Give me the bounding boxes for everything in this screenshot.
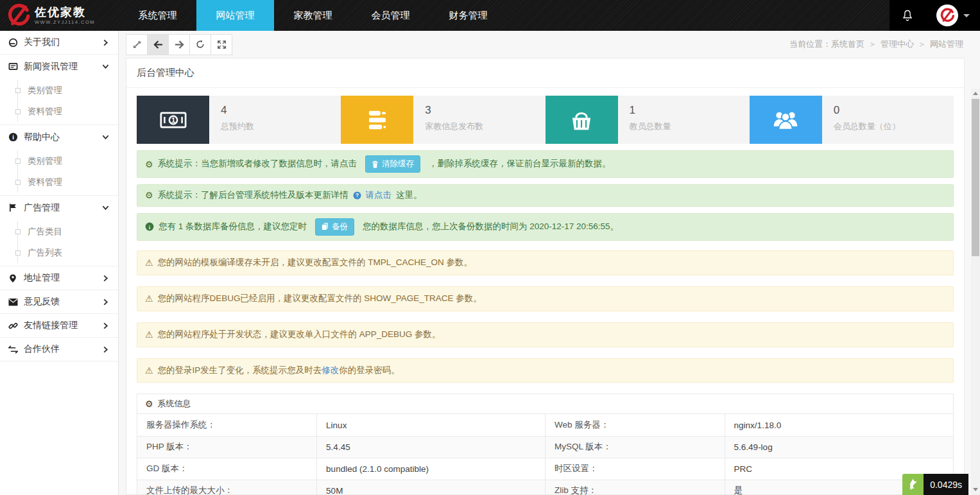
chevron-right-icon <box>102 299 109 306</box>
refresh-icon <box>196 40 205 49</box>
sidebar-item-label: 关于我们 <box>24 37 60 48</box>
sidebar-item-label: 意见反馈 <box>24 296 60 308</box>
resize-button[interactable] <box>126 34 148 55</box>
gear-icon: ⚙ <box>145 399 153 408</box>
trash-icon <box>372 161 379 168</box>
sidebar-subitem-ads-list[interactable]: 广告列表 <box>0 242 118 263</box>
sidebar-item-about[interactable]: 关于我们 <box>0 31 118 55</box>
sidebar-item-feedback[interactable]: 意见反馈 <box>0 290 118 314</box>
alert-text: 您的网站的模板编译缓存未开启，建议更改配置文件的 TMPL_CACHE_ON 参… <box>158 257 473 269</box>
info-value: 5.6.49-log <box>725 436 953 458</box>
sidebar-subitem-ads-category[interactable]: 广告类目 <box>0 221 118 242</box>
please-click-link[interactable]: 请点击 <box>366 189 392 202</box>
sidebar-subitem-news-material[interactable]: 资料管理 <box>0 101 118 122</box>
sidebar-item-label: 广告管理 <box>24 202 60 214</box>
sidebar-item-label: 新闻资讯管理 <box>24 61 78 73</box>
forward-icon <box>175 40 184 49</box>
sidebar-item-ads[interactable]: 广告管理 <box>0 196 118 220</box>
notifications-button[interactable] <box>890 0 925 31</box>
sidebar-item-news[interactable]: 新闻资讯管理 <box>0 55 118 78</box>
table-row: GD 版本： bundled (2.1.0 compatible) 时区设置： … <box>137 458 953 480</box>
chevron-right-icon <box>102 322 109 329</box>
brand[interactable]: 佐优家教 WWW.ZYJJ114.COM <box>0 0 119 31</box>
chevron-down-icon <box>102 204 109 211</box>
alert-backup: i 您有 1 条数据库备份信息，建议您定时 备份 您的数据库信息，您上次备份数据… <box>137 213 954 241</box>
nav-tab-system[interactable]: 系统管理 <box>119 0 196 31</box>
breadcrumb-home[interactable]: 系统首页 <box>831 39 864 49</box>
breadcrumb-admin-center[interactable]: 管理中心 <box>881 39 914 49</box>
sidebar-item-partners[interactable]: 合作伙伴 <box>0 338 118 361</box>
brand-name: 佐优家教 <box>35 6 95 19</box>
info-label: PHP 版本： <box>137 436 317 458</box>
sidebar-subitem-help-category[interactable]: 类别管理 <box>0 150 118 171</box>
stat-label: 会员总数量（位） <box>834 121 954 132</box>
info-circle-icon: i <box>8 132 24 142</box>
svg-text:?: ? <box>356 192 359 198</box>
sidebar-subitem-help-material[interactable]: 资料管理 <box>0 171 118 193</box>
alert-tmpl-cache: ⚠ 您的网站的模板编译缓存未开启，建议更改配置文件的 TMPL_CACHE_ON… <box>137 250 954 275</box>
alert-debug: ⚠ 您的网站程序DEBUG已经启用，建议更改配置文件的 SHOW_PAGE_TR… <box>137 286 954 311</box>
sidebar-item-label: 合作伙伴 <box>24 343 60 355</box>
brand-logo-icon <box>6 3 31 28</box>
alert-text: 您的登录IP发生了变化，系统提示您及时去 <box>158 365 322 375</box>
question-circle-icon: ? <box>353 191 361 200</box>
banknote-icon: 1 <box>137 96 209 144</box>
sidebar-item-links[interactable]: 友情链接管理 <box>0 314 118 338</box>
breadcrumb: 当前位置：系统首页＞管理中心＞网站管理 <box>789 39 963 50</box>
globe-icon <box>8 38 24 48</box>
nav-tab-website[interactable]: 网站管理 <box>196 0 274 31</box>
info-circle-icon: i <box>145 222 154 231</box>
stat-card-teachers[interactable]: 1 教员总数量 <box>546 96 750 144</box>
clear-cache-button[interactable]: 清除缓存 <box>365 155 420 173</box>
stat-card-tutor-posts[interactable]: 3 家教信息发布数 <box>341 96 545 144</box>
stat-value: 4 <box>221 104 341 117</box>
stat-value: 0 <box>834 104 954 117</box>
gear-icon: ⚙ <box>145 160 153 169</box>
nav-tab-tutoring[interactable]: 家教管理 <box>274 0 352 31</box>
sidebar-item-address[interactable]: 地址管理 <box>0 266 118 290</box>
warning-icon: ⚠ <box>145 330 153 339</box>
system-info-table: 服务器操作系统： Linux Web 服务器： nginx/1.18.0 PHP… <box>137 414 953 495</box>
stat-card-members[interactable]: 0 会员总数量（位） <box>750 96 954 144</box>
chevron-down-icon <box>102 63 109 70</box>
alert-text: 您的网站程序处于开发状态，建议更改单入口文件的 APP_DEBUG 参数。 <box>158 329 441 341</box>
forward-button[interactable] <box>168 34 190 55</box>
nav-tab-finance[interactable]: 财务管理 <box>429 0 507 31</box>
resize-icon <box>133 40 141 49</box>
vertical-scrollbar[interactable] <box>971 89 980 495</box>
back-button[interactable] <box>147 34 169 55</box>
info-label: Zlib 支持： <box>545 480 725 495</box>
svg-text:i: i <box>12 134 14 141</box>
stat-value: 3 <box>425 104 545 117</box>
gear-icon: ⚙ <box>145 191 153 200</box>
info-value: 50M <box>317 480 546 495</box>
basket-icon <box>546 96 618 144</box>
stat-label: 教员总数量 <box>630 121 750 132</box>
alert-app-debug: ⚠ 您的网站程序处于开发状态，建议更改单入口文件的 APP_DEBUG 参数。 <box>137 322 954 347</box>
stat-card-appointments[interactable]: 1 4 总预约数 <box>137 96 341 144</box>
avatar <box>936 4 958 26</box>
scroll-down-arrow[interactable] <box>971 485 980 494</box>
nav-tab-member[interactable]: 会员管理 <box>352 0 429 31</box>
scroll-up-arrow[interactable] <box>971 89 980 98</box>
fullscreen-icon <box>218 40 226 49</box>
fullscreen-button[interactable] <box>211 34 232 55</box>
sidebar-item-help[interactable]: i 帮助中心 <box>0 125 118 149</box>
user-menu[interactable] <box>925 0 980 31</box>
stat-cards: 1 4 总预约数 3 家教信息发布数 <box>137 96 954 144</box>
svg-text:1: 1 <box>171 116 175 124</box>
refresh-button[interactable] <box>189 34 211 55</box>
sidebar: 关于我们 新闻资讯管理 类别管理 资料管理 i <box>0 31 119 495</box>
info-label: MySQL 版本： <box>545 436 725 458</box>
sidebar-subitem-news-category[interactable]: 类别管理 <box>0 80 118 101</box>
info-value: 5.4.45 <box>317 436 546 458</box>
table-row: PHP 版本： 5.4.45 MySQL 版本： 5.6.49-log <box>137 436 953 458</box>
flag-icon <box>8 203 24 213</box>
system-info-panel: ⚙ 系统信息 服务器操作系统： Linux Web 服务器： nginx/1.1… <box>137 394 954 495</box>
modify-password-link[interactable]: 修改 <box>322 365 339 375</box>
trace-badge[interactable]: 0.0429s <box>902 474 968 495</box>
breadcrumb-separator: ＞ <box>868 39 877 49</box>
sidebar-submenu-news: 类别管理 资料管理 <box>0 78 118 125</box>
scrollbar-thumb[interactable] <box>972 99 979 256</box>
backup-button[interactable]: 备份 <box>315 218 354 236</box>
